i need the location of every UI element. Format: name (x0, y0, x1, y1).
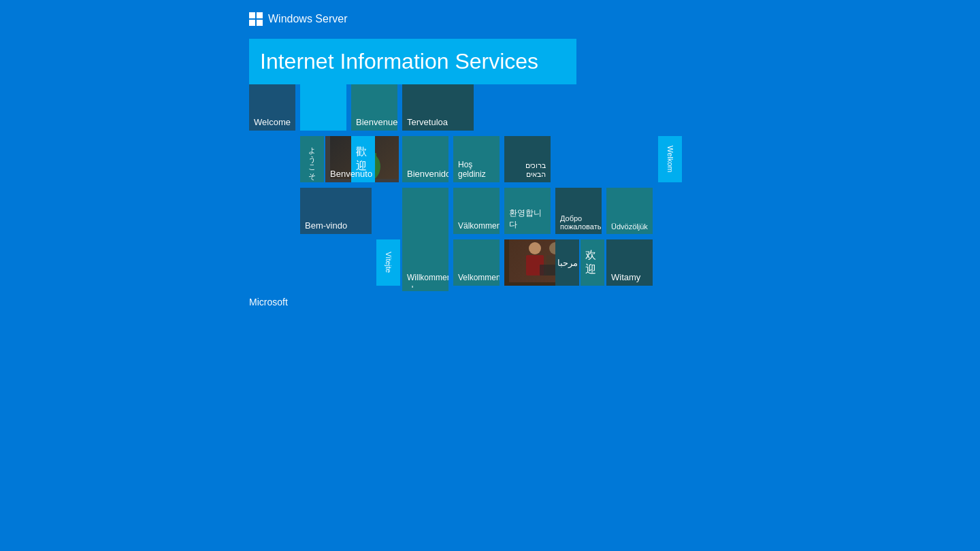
tile-hwanyong[interactable]: 환영합니다 (504, 188, 551, 234)
svg-rect-7 (540, 265, 557, 276)
tile-tervetuloa[interactable]: Tervetuloa (402, 84, 474, 131)
tile-bruchim[interactable]: ברוכים הבאים (504, 136, 551, 182)
tile-willkommen[interactable]: Willkommen (402, 239, 448, 286)
windows-server-header: Windows Server (249, 12, 347, 26)
tile-udvozoljuk[interactable]: Üdvözöljük (606, 188, 653, 234)
windows-logo-icon (249, 12, 263, 26)
tile-vitejte[interactable]: Vítejte (376, 239, 400, 286)
tile-hosgeldiniz[interactable]: Hoş geldiniz (453, 136, 500, 182)
tile-velkommen[interactable]: Velkommen (453, 239, 500, 286)
tile-blank1 (300, 84, 346, 131)
iis-title: Internet Information Services (260, 49, 538, 74)
tile-bienvenue[interactable]: Bienvenue (351, 84, 397, 131)
iis-banner: Internet Information Services (249, 39, 576, 84)
tile-chinese2[interactable]: 欢迎 (581, 239, 604, 286)
tile-valkommen[interactable]: Välkommen (453, 188, 500, 234)
tile-witamy[interactable]: Witamy (606, 239, 653, 286)
tile-welkom[interactable]: Welkom (658, 136, 682, 182)
tile-arabic[interactable]: مرحبا (555, 239, 579, 286)
svg-point-3 (529, 242, 541, 254)
microsoft-label: Microsoft (249, 296, 288, 308)
tile-bemvindo[interactable]: Bem-vindo (300, 188, 372, 234)
tile-welcome[interactable]: Welcome (249, 84, 295, 131)
tile-youkoso[interactable]: ようこそ (300, 136, 324, 182)
windows-server-label: Windows Server (268, 13, 347, 25)
tile-dobro[interactable]: Добро пожаловать (555, 188, 602, 234)
tile-bienvenido[interactable]: Bienvenido (402, 136, 448, 182)
